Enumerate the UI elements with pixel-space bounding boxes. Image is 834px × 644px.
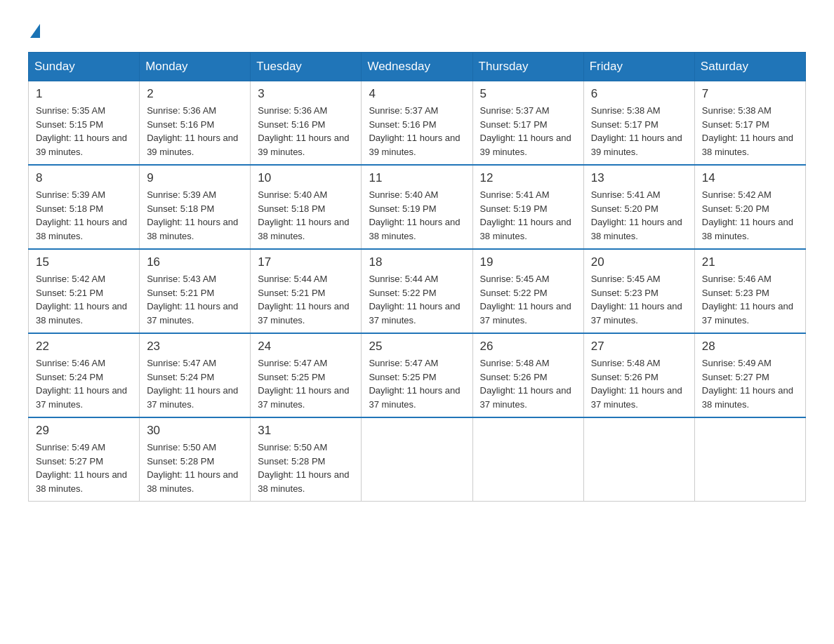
day-number: 9 bbox=[147, 171, 243, 185]
calendar-cell: 28Sunrise: 5:49 AMSunset: 5:27 PMDayligh… bbox=[694, 333, 805, 417]
page-header bbox=[28, 21, 806, 38]
calendar-cell: 18Sunrise: 5:44 AMSunset: 5:22 PMDayligh… bbox=[362, 249, 472, 333]
day-info: Sunrise: 5:44 AMSunset: 5:21 PMDaylight:… bbox=[258, 272, 354, 327]
day-info: Sunrise: 5:50 AMSunset: 5:28 PMDaylight:… bbox=[147, 441, 243, 495]
calendar-cell: 2Sunrise: 5:36 AMSunset: 5:16 PMDaylight… bbox=[140, 81, 251, 166]
calendar-cell: 14Sunrise: 5:42 AMSunset: 5:20 PMDayligh… bbox=[694, 165, 805, 249]
week-row-3: 15Sunrise: 5:42 AMSunset: 5:21 PMDayligh… bbox=[29, 249, 806, 333]
day-info: Sunrise: 5:39 AMSunset: 5:18 PMDaylight:… bbox=[36, 188, 132, 243]
calendar-cell: 8Sunrise: 5:39 AMSunset: 5:18 PMDaylight… bbox=[29, 165, 140, 249]
day-number: 20 bbox=[591, 255, 687, 269]
logo bbox=[28, 21, 40, 38]
week-row-1: 1Sunrise: 5:35 AMSunset: 5:15 PMDaylight… bbox=[29, 81, 806, 166]
day-number: 13 bbox=[591, 171, 687, 185]
day-info: Sunrise: 5:50 AMSunset: 5:28 PMDaylight:… bbox=[258, 441, 354, 495]
day-number: 30 bbox=[147, 424, 243, 438]
header-saturday: Saturday bbox=[694, 53, 805, 81]
day-number: 11 bbox=[369, 171, 465, 185]
day-info: Sunrise: 5:42 AMSunset: 5:20 PMDaylight:… bbox=[702, 188, 798, 243]
calendar-cell: 16Sunrise: 5:43 AMSunset: 5:21 PMDayligh… bbox=[140, 249, 251, 333]
day-number: 3 bbox=[258, 87, 354, 101]
header-friday: Friday bbox=[583, 53, 694, 81]
day-number: 27 bbox=[591, 340, 687, 354]
calendar-cell: 9Sunrise: 5:39 AMSunset: 5:18 PMDaylight… bbox=[140, 165, 251, 249]
day-info: Sunrise: 5:48 AMSunset: 5:26 PMDaylight:… bbox=[591, 356, 687, 411]
header-monday: Monday bbox=[140, 53, 251, 81]
day-info: Sunrise: 5:40 AMSunset: 5:18 PMDaylight:… bbox=[258, 188, 354, 243]
day-number: 24 bbox=[258, 340, 354, 354]
day-number: 23 bbox=[147, 340, 243, 354]
day-info: Sunrise: 5:48 AMSunset: 5:26 PMDaylight:… bbox=[480, 356, 576, 411]
calendar-cell bbox=[583, 417, 694, 502]
day-number: 4 bbox=[369, 87, 465, 101]
calendar-cell: 3Sunrise: 5:36 AMSunset: 5:16 PMDaylight… bbox=[251, 81, 362, 166]
day-number: 6 bbox=[591, 87, 687, 101]
calendar-cell: 17Sunrise: 5:44 AMSunset: 5:21 PMDayligh… bbox=[251, 249, 362, 333]
calendar-cell: 10Sunrise: 5:40 AMSunset: 5:18 PMDayligh… bbox=[251, 165, 362, 249]
header-tuesday: Tuesday bbox=[251, 53, 362, 81]
day-info: Sunrise: 5:37 AMSunset: 5:16 PMDaylight:… bbox=[369, 104, 465, 159]
day-info: Sunrise: 5:46 AMSunset: 5:23 PMDaylight:… bbox=[702, 272, 798, 327]
day-info: Sunrise: 5:49 AMSunset: 5:27 PMDaylight:… bbox=[36, 441, 132, 495]
day-number: 14 bbox=[702, 171, 798, 185]
day-info: Sunrise: 5:47 AMSunset: 5:25 PMDaylight:… bbox=[369, 356, 465, 411]
day-number: 25 bbox=[369, 340, 465, 354]
day-info: Sunrise: 5:47 AMSunset: 5:24 PMDaylight:… bbox=[147, 356, 243, 411]
day-number: 2 bbox=[147, 87, 243, 101]
day-number: 5 bbox=[480, 87, 576, 101]
calendar-cell: 27Sunrise: 5:48 AMSunset: 5:26 PMDayligh… bbox=[583, 333, 694, 417]
day-number: 15 bbox=[36, 255, 132, 269]
day-info: Sunrise: 5:42 AMSunset: 5:21 PMDaylight:… bbox=[36, 272, 132, 327]
calendar-cell: 21Sunrise: 5:46 AMSunset: 5:23 PMDayligh… bbox=[694, 249, 805, 333]
day-number: 18 bbox=[369, 255, 465, 269]
calendar-table: SundayMondayTuesdayWednesdayThursdayFrid… bbox=[28, 52, 806, 502]
calendar-cell: 22Sunrise: 5:46 AMSunset: 5:24 PMDayligh… bbox=[29, 333, 140, 417]
day-number: 16 bbox=[147, 255, 243, 269]
calendar-cell: 6Sunrise: 5:38 AMSunset: 5:17 PMDaylight… bbox=[583, 81, 694, 166]
day-number: 22 bbox=[36, 340, 132, 354]
calendar-cell: 4Sunrise: 5:37 AMSunset: 5:16 PMDaylight… bbox=[362, 81, 472, 166]
calendar-cell: 5Sunrise: 5:37 AMSunset: 5:17 PMDaylight… bbox=[472, 81, 583, 166]
week-row-2: 8Sunrise: 5:39 AMSunset: 5:18 PMDaylight… bbox=[29, 165, 806, 249]
calendar-cell: 11Sunrise: 5:40 AMSunset: 5:19 PMDayligh… bbox=[362, 165, 472, 249]
day-info: Sunrise: 5:38 AMSunset: 5:17 PMDaylight:… bbox=[702, 104, 798, 159]
day-info: Sunrise: 5:36 AMSunset: 5:16 PMDaylight:… bbox=[258, 104, 354, 159]
day-number: 12 bbox=[480, 171, 576, 185]
calendar-cell: 1Sunrise: 5:35 AMSunset: 5:15 PMDaylight… bbox=[29, 81, 140, 166]
calendar-cell: 25Sunrise: 5:47 AMSunset: 5:25 PMDayligh… bbox=[362, 333, 472, 417]
day-info: Sunrise: 5:41 AMSunset: 5:19 PMDaylight:… bbox=[480, 188, 576, 243]
calendar-cell: 30Sunrise: 5:50 AMSunset: 5:28 PMDayligh… bbox=[140, 417, 251, 502]
week-row-5: 29Sunrise: 5:49 AMSunset: 5:27 PMDayligh… bbox=[29, 417, 806, 502]
day-number: 29 bbox=[36, 424, 132, 438]
calendar-cell: 26Sunrise: 5:48 AMSunset: 5:26 PMDayligh… bbox=[472, 333, 583, 417]
day-info: Sunrise: 5:47 AMSunset: 5:25 PMDaylight:… bbox=[258, 356, 354, 411]
calendar-cell: 12Sunrise: 5:41 AMSunset: 5:19 PMDayligh… bbox=[472, 165, 583, 249]
day-number: 31 bbox=[258, 424, 354, 438]
calendar-cell bbox=[694, 417, 805, 502]
day-info: Sunrise: 5:45 AMSunset: 5:22 PMDaylight:… bbox=[480, 272, 576, 327]
day-number: 19 bbox=[480, 255, 576, 269]
calendar-cell: 19Sunrise: 5:45 AMSunset: 5:22 PMDayligh… bbox=[472, 249, 583, 333]
day-info: Sunrise: 5:49 AMSunset: 5:27 PMDaylight:… bbox=[702, 356, 798, 411]
day-number: 7 bbox=[702, 87, 798, 101]
day-number: 1 bbox=[36, 87, 132, 101]
day-number: 17 bbox=[258, 255, 354, 269]
day-info: Sunrise: 5:39 AMSunset: 5:18 PMDaylight:… bbox=[147, 188, 243, 243]
logo-triangle-icon bbox=[30, 24, 40, 38]
calendar-cell: 13Sunrise: 5:41 AMSunset: 5:20 PMDayligh… bbox=[583, 165, 694, 249]
header-thursday: Thursday bbox=[472, 53, 583, 81]
calendar-cell: 29Sunrise: 5:49 AMSunset: 5:27 PMDayligh… bbox=[29, 417, 140, 502]
calendar-cell: 31Sunrise: 5:50 AMSunset: 5:28 PMDayligh… bbox=[251, 417, 362, 502]
day-info: Sunrise: 5:36 AMSunset: 5:16 PMDaylight:… bbox=[147, 104, 243, 159]
day-number: 26 bbox=[480, 340, 576, 354]
day-number: 8 bbox=[36, 171, 132, 185]
day-number: 28 bbox=[702, 340, 798, 354]
calendar-cell: 24Sunrise: 5:47 AMSunset: 5:25 PMDayligh… bbox=[251, 333, 362, 417]
calendar-cell: 7Sunrise: 5:38 AMSunset: 5:17 PMDaylight… bbox=[694, 81, 805, 166]
day-info: Sunrise: 5:41 AMSunset: 5:20 PMDaylight:… bbox=[591, 188, 687, 243]
header-wednesday: Wednesday bbox=[362, 53, 472, 81]
calendar-cell: 20Sunrise: 5:45 AMSunset: 5:23 PMDayligh… bbox=[583, 249, 694, 333]
day-info: Sunrise: 5:38 AMSunset: 5:17 PMDaylight:… bbox=[591, 104, 687, 159]
day-info: Sunrise: 5:44 AMSunset: 5:22 PMDaylight:… bbox=[369, 272, 465, 327]
day-number: 21 bbox=[702, 255, 798, 269]
